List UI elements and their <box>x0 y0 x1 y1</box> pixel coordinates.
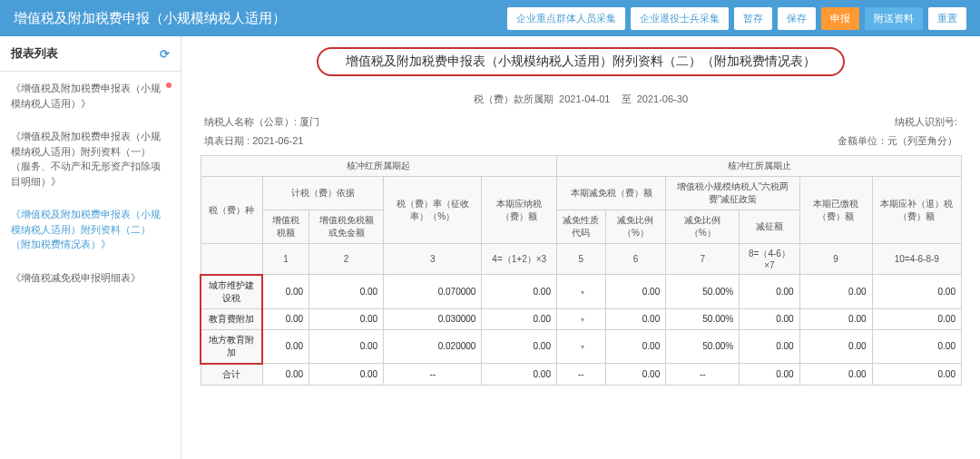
sidebar-title: 报表列表 <box>11 45 58 62</box>
th-calc-base: 计税（费）依据 <box>262 177 383 210</box>
btn-collect-group[interactable]: 企业重点群体人员采集 <box>507 7 625 30</box>
th-current-exempt: 本期减免税（费）额 <box>557 177 666 210</box>
cell-c9[interactable]: 0.00 <box>799 329 872 364</box>
cell-c1[interactable]: 0.00 <box>262 275 309 309</box>
tax-table: 核冲红所属期起 核冲红所属期止 税（费）种 计税（费）依据 税（费）率（征收率）… <box>200 155 962 386</box>
cell-c9[interactable]: 0.00 <box>799 308 872 329</box>
th-small-taxpayer: 增值税小规模纳税人"六税两费"减征政策 <box>666 177 799 210</box>
th-exempt-code: 减免性质代码 <box>557 210 606 244</box>
sidebar-item-attachment-2[interactable]: 《增值税及附加税费申报表（小规模纳税人适用）附列资料（二）（附加税费情况表）》 <box>0 198 181 261</box>
btn-collect-veteran[interactable]: 企业退役士兵采集 <box>631 7 729 30</box>
table-total-row: 合计 0.00 0.00 -- 0.00 -- 0.00 -- 0.00 0.0… <box>201 364 962 386</box>
cell-c8[interactable]: 0.00 <box>740 329 799 364</box>
chevron-down-icon: ▾ <box>581 343 584 351</box>
app-title: 增值税及附加税费申报（小规模纳税人适用） <box>14 10 286 27</box>
cell-c3[interactable]: 0.030000 <box>384 308 482 329</box>
cell-c10[interactable]: 0.00 <box>872 275 961 309</box>
total-c3: -- <box>384 364 482 386</box>
cell-c9[interactable]: 0.00 <box>799 275 872 309</box>
cell-c2[interactable]: 0.00 <box>309 308 384 329</box>
table-row: 地方教育附加 0.00 0.00 0.020000 0.00 ▾ 0.00 50… <box>201 329 962 364</box>
cell-c7[interactable]: 50.00% <box>666 275 740 309</box>
cell-c3[interactable]: 0.070000 <box>384 275 482 309</box>
cell-c1[interactable]: 0.00 <box>262 308 309 329</box>
total-c6: 0.00 <box>605 364 666 386</box>
th-exempt-rate: 减免比例（%） <box>605 210 666 244</box>
total-c7: -- <box>666 364 740 386</box>
total-c5: -- <box>557 364 606 386</box>
chevron-down-icon: ▾ <box>581 316 584 324</box>
header-buttons: 企业重点群体人员采集 企业退役士兵采集 暂存 保存 申报 附送资料 重置 <box>507 7 966 30</box>
cell-c4[interactable]: 0.00 <box>482 329 557 364</box>
btn-attachments[interactable]: 附送资料 <box>865 7 923 30</box>
th-to-pay: 本期应补（退）税（费）额 <box>872 177 961 244</box>
cell-c5-dropdown[interactable]: ▾ <box>557 275 606 309</box>
btn-temp-save[interactable]: 暂存 <box>734 7 772 30</box>
cell-c4[interactable]: 0.00 <box>482 308 557 329</box>
period-to: 2021-06-30 <box>637 93 688 104</box>
cell-c5-dropdown[interactable]: ▾ <box>557 308 606 329</box>
taxpayer-name: 厦门 <box>299 116 319 127</box>
cell-c6[interactable]: 0.00 <box>605 275 666 309</box>
cell-c6[interactable]: 0.00 <box>605 308 666 329</box>
btn-reset[interactable]: 重置 <box>928 7 966 30</box>
th-rate: 税（费）率（征收率）（%） <box>384 177 482 244</box>
th-vat-exempt: 增值税免税额或免金额 <box>309 210 384 244</box>
btn-save[interactable]: 保存 <box>778 7 816 30</box>
form-title: 增值税及附加税费申报表（小规模纳税人适用）附列资料（二）（附加税费情况表） <box>317 47 845 76</box>
th-current-payable: 本期应纳税（费）额 <box>482 177 557 244</box>
sidebar-item-attachment-1[interactable]: 《增值税及附加税费申报表（小规模纳税人适用）附列资料（一）（服务、不动产和无形资… <box>0 120 181 198</box>
total-c4: 0.00 <box>482 364 557 386</box>
taxpayer-id-label: 纳税人识别号: <box>895 115 957 129</box>
cell-c2[interactable]: 0.00 <box>309 275 384 309</box>
th-period-start: 核冲红所属期起 <box>201 156 557 177</box>
total-c10: 0.00 <box>872 364 961 386</box>
btn-declare[interactable]: 申报 <box>821 7 859 30</box>
sidebar: 报表列表 ⟳ 《增值税及附加税费申报表（小规模纳税人适用）》 《增值税及附加税费… <box>0 36 181 459</box>
sidebar-item-main-form[interactable]: 《增值税及附加税费申报表（小规模纳税人适用）》 <box>0 72 181 120</box>
content-area: 增值税及附加税费申报表（小规模纳税人适用）附列资料（二）（附加税费情况表） 税（… <box>181 36 980 459</box>
row-label: 地方教育附加 <box>201 329 262 364</box>
app-header: 增值税及附加税费申报（小规模纳税人适用） 企业重点群体人员采集 企业退役士兵采集… <box>0 0 980 36</box>
row-label: 城市维护建设税 <box>201 275 262 309</box>
cell-c5-dropdown[interactable]: ▾ <box>557 329 606 364</box>
period-row: 税（费）款所属期 2021-04-01 至 2021-06-30 <box>200 93 962 106</box>
cell-c7[interactable]: 50.00% <box>666 329 740 364</box>
main-container: 报表列表 ⟳ 《增值税及附加税费申报表（小规模纳税人适用）》 《增值税及附加税费… <box>0 36 980 459</box>
th-reduce-rate: 减免比例（%） <box>666 210 740 244</box>
chevron-down-icon: ▾ <box>581 288 584 297</box>
cell-c1[interactable]: 0.00 <box>262 329 309 364</box>
total-label: 合计 <box>201 364 262 386</box>
unit-label: 金额单位：元（列至角分） <box>838 134 957 148</box>
fill-date-row: 填表日期 : 2021-06-21 金额单位：元（列至角分） <box>200 134 962 148</box>
total-c8: 0.00 <box>740 364 799 386</box>
cell-c7[interactable]: 50.00% <box>666 308 740 329</box>
table-row: 教育费附加 0.00 0.00 0.030000 0.00 ▾ 0.00 50.… <box>201 308 962 329</box>
cell-c6[interactable]: 0.00 <box>605 329 666 364</box>
th-vat-amount: 增值税税额 <box>262 210 309 244</box>
cell-c8[interactable]: 0.00 <box>740 308 799 329</box>
cell-c8[interactable]: 0.00 <box>740 275 799 309</box>
cell-c2[interactable]: 0.00 <box>309 329 384 364</box>
fill-date: 2021-06-21 <box>252 135 303 146</box>
cell-c10[interactable]: 0.00 <box>872 308 961 329</box>
total-c2: 0.00 <box>309 364 384 386</box>
total-c9: 0.00 <box>799 364 872 386</box>
taxpayer-row: 纳税人名称（公章）: 厦门 纳税人识别号: <box>200 115 962 129</box>
sidebar-header: 报表列表 ⟳ <box>0 36 181 72</box>
cell-c10[interactable]: 0.00 <box>872 329 961 364</box>
refresh-icon[interactable]: ⟳ <box>160 47 170 61</box>
th-tax-type: 税（费）种 <box>201 177 262 244</box>
cell-c3[interactable]: 0.020000 <box>384 329 482 364</box>
alert-dot-icon <box>166 83 172 88</box>
th-period-end: 核冲红所属期止 <box>557 156 962 177</box>
sidebar-item-exempt-detail[interactable]: 《增值税减免税申报明细表》 <box>0 261 181 295</box>
cell-c4[interactable]: 0.00 <box>482 275 557 309</box>
table-row: 城市维护建设税 0.00 0.00 0.070000 0.00 ▾ 0.00 5… <box>201 275 962 309</box>
total-c1: 0.00 <box>262 364 309 386</box>
th-reduce-amount: 减征额 <box>740 210 799 244</box>
period-from: 2021-04-01 <box>559 93 610 104</box>
row-label: 教育费附加 <box>201 308 262 329</box>
th-paid: 本期已缴税（费）额 <box>799 177 872 244</box>
